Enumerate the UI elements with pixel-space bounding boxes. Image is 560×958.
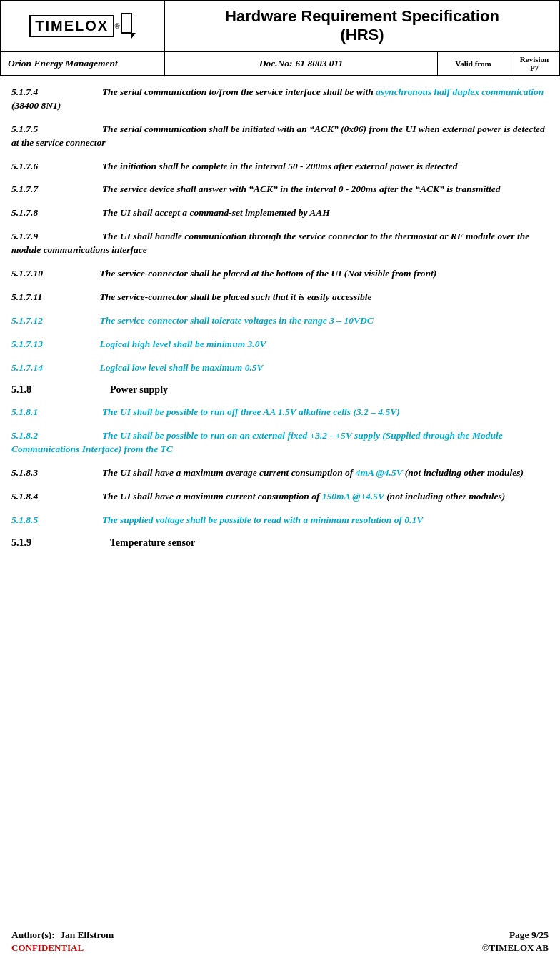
section-5183: 5.1.8.3 The UI shall have a maximum aver… — [11, 466, 549, 480]
main-title: Hardware Requirement Specification (HRS) — [225, 7, 499, 44]
logo-registered: ® — [114, 22, 119, 30]
section-5181-text: 5.1.8.1 The UI shall be possible to run … — [11, 406, 549, 419]
section-5184-text: 5.1.8.4 The UI shall have a maximum curr… — [11, 490, 549, 504]
logo-text: TIMELOX — [29, 15, 114, 37]
section-5174: 5.1.7.4 The serial communication to/from… — [11, 86, 549, 113]
section-518-text: 5.1.8 Power supply — [11, 384, 549, 396]
section-5178: 5.1.7.8 The UI shall accept a command-se… — [11, 206, 549, 220]
title-line1: Hardware Requirement Specification — [225, 7, 499, 26]
header: TIMELOX® Hardware Requirement Specificat… — [0, 0, 560, 76]
footer: Author(s): Jan Elfstrom Page 9/25 CONFID… — [0, 927, 560, 958]
section-5178-num: 5.1.7.8 — [11, 206, 90, 220]
section-5179-text: 5.1.7.9 The UI shall handle communicatio… — [11, 230, 549, 257]
author-name: Jan Elfstrom — [60, 929, 114, 940]
section-5181-num: 5.1.8.1 — [11, 406, 90, 419]
confidential-label: CONFIDENTIAL — [11, 942, 84, 954]
title-line2: (HRS) — [225, 26, 499, 44]
section-5177: 5.1.7.7 The service device shall answer … — [11, 183, 549, 196]
author-label: Author(s): — [11, 929, 55, 940]
copyright-label: ©TIMELOX AB — [482, 942, 549, 954]
section-51713-text: 5.1.7.13 Logical high level shall be min… — [11, 338, 549, 351]
svg-marker-1 — [131, 33, 136, 39]
section-51711-num: 5.1.7.11 — [11, 291, 90, 304]
section-5176: 5.1.7.6 The initiation shall be complete… — [11, 160, 549, 174]
docno-label: Doc.No: — [259, 58, 293, 69]
revision-label: Revision — [520, 55, 549, 64]
section-519-num: 5.1.9 — [11, 537, 90, 549]
footer-author: Author(s): Jan Elfstrom — [11, 929, 114, 941]
section-51713-num: 5.1.7.13 — [11, 338, 90, 351]
title-cell: Hardware Requirement Specification (HRS) — [165, 1, 559, 51]
section-5179-num: 5.1.7.9 — [11, 230, 90, 244]
section-519: 5.1.9 Temperature sensor — [11, 537, 549, 549]
content-area: 5.1.7.4 The serial communication to/from… — [0, 76, 560, 927]
section-5182: 5.1.8.2 The UI shall be possible to run … — [11, 429, 549, 456]
section-5184: 5.1.8.4 The UI shall have a maximum curr… — [11, 490, 549, 504]
section-5174-num: 5.1.7.4 — [11, 86, 90, 99]
section-5175: 5.1.7.5 The serial communication shall b… — [11, 123, 549, 150]
section-5177-text: 5.1.7.7 The service device shall answer … — [11, 183, 549, 196]
footer-top: Author(s): Jan Elfstrom Page 9/25 — [11, 929, 549, 941]
info-row: Orion Energy Management Doc.No: 61 8003 … — [1, 51, 559, 75]
revision-value: P7 — [530, 64, 539, 72]
validfrom-cell: Valid from — [438, 52, 509, 75]
section-518: 5.1.8 Power supply — [11, 384, 549, 396]
page-number: Page 9/25 — [509, 929, 549, 941]
section-51714-text: 5.1.7.14 Logical low level shall be maxi… — [11, 361, 549, 375]
section-5175-num: 5.1.7.5 — [11, 123, 90, 136]
section-51710-num: 5.1.7.10 — [11, 267, 90, 281]
project-cell: Orion Energy Management — [1, 52, 165, 75]
section-5175-text: 5.1.7.5 The serial communication shall b… — [11, 123, 549, 150]
svg-rect-0 — [121, 13, 131, 33]
section-51712-text: 5.1.7.12 The service-connector shall tol… — [11, 314, 549, 328]
section-5184-num: 5.1.8.4 — [11, 490, 90, 504]
section-5178-text: 5.1.7.8 The UI shall accept a command-se… — [11, 206, 549, 220]
section-51712-num: 5.1.7.12 — [11, 314, 90, 328]
section-51712: 5.1.7.12 The service-connector shall tol… — [11, 314, 549, 328]
section-5184-cyan: 150mA @+4.5V — [322, 491, 384, 502]
section-5179: 5.1.7.9 The UI shall handle communicatio… — [11, 230, 549, 257]
section-5182-num: 5.1.8.2 — [11, 429, 90, 443]
section-51714-num: 5.1.7.14 — [11, 361, 90, 375]
section-5183-cyan: 4mA @4.5V — [356, 467, 403, 478]
section-51714: 5.1.7.14 Logical low level shall be maxi… — [11, 361, 549, 375]
section-5185: 5.1.8.5 The supplied voltage shall be po… — [11, 514, 549, 527]
revision-cell: Revision P7 — [509, 52, 559, 75]
section-519-text: 5.1.9 Temperature sensor — [11, 537, 549, 549]
section-5176-text: 5.1.7.6 The initiation shall be complete… — [11, 160, 549, 174]
logo: TIMELOX® — [29, 13, 135, 39]
docno-cell: Doc.No: 61 8003 011 — [165, 52, 438, 75]
section-5174-cyan: asynchronous half duplex communication — [376, 86, 544, 97]
logo-cell: TIMELOX® — [1, 1, 165, 51]
page: TIMELOX® Hardware Requirement Specificat… — [0, 0, 560, 958]
section-5176-num: 5.1.7.6 — [11, 160, 90, 174]
section-518-num: 5.1.8 — [11, 384, 90, 396]
section-5181: 5.1.8.1 The UI shall be possible to run … — [11, 406, 549, 419]
valid-from-label: Valid from — [455, 59, 491, 68]
section-51711: 5.1.7.11 The service-connector shall be … — [11, 291, 549, 304]
section-51713: 5.1.7.13 Logical high level shall be min… — [11, 338, 549, 351]
header-top-row: TIMELOX® Hardware Requirement Specificat… — [1, 1, 559, 51]
section-5185-text: 5.1.8.5 The supplied voltage shall be po… — [11, 514, 549, 527]
section-51710-text: 5.1.7.10 The service-connector shall be … — [11, 267, 549, 281]
section-5183-text: 5.1.8.3 The UI shall have a maximum aver… — [11, 466, 549, 480]
section-51711-text: 5.1.7.11 The service-connector shall be … — [11, 291, 549, 304]
section-5185-num: 5.1.8.5 — [11, 514, 90, 527]
logo-shape — [121, 13, 136, 39]
section-5177-num: 5.1.7.7 — [11, 183, 90, 196]
docno-value: 61 8003 011 — [296, 58, 344, 69]
section-5174-text: 5.1.7.4 The serial communication to/from… — [11, 86, 549, 113]
section-5183-num: 5.1.8.3 — [11, 466, 90, 480]
project-name: Orion Energy Management — [8, 58, 118, 69]
section-5182-text: 5.1.8.2 The UI shall be possible to run … — [11, 429, 549, 456]
section-51710: 5.1.7.10 The service-connector shall be … — [11, 267, 549, 281]
footer-bottom: CONFIDENTIAL ©TIMELOX AB — [11, 942, 549, 954]
